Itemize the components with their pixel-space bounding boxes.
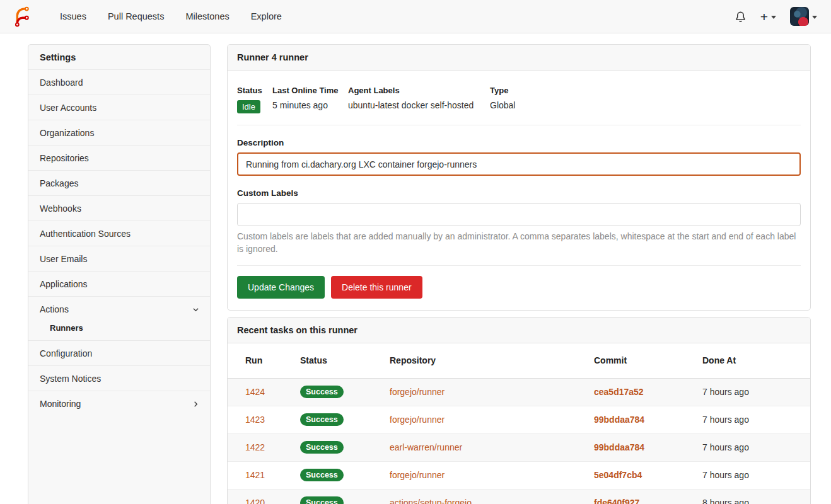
chevron-down-icon: [192, 306, 199, 312]
type-label: Type: [490, 86, 515, 95]
description-input[interactable]: [237, 152, 801, 176]
done-at: 7 hours ago: [702, 415, 810, 425]
form-buttons-divider: [237, 265, 801, 266]
caret-down-icon: [812, 16, 817, 19]
agent-labels-value: ubuntu-latest docker self-hosted: [348, 100, 490, 110]
run-link[interactable]: 1423: [245, 415, 300, 425]
agent-labels-label: Agent Labels: [348, 86, 490, 95]
last-online-label: Last Online Time: [272, 86, 348, 95]
col-repository: Repository: [390, 355, 594, 365]
type-value: Global: [490, 100, 515, 110]
sidebar-item-monitoring[interactable]: Monitoring: [28, 391, 210, 416]
nav-pull-requests[interactable]: Pull Requests: [97, 11, 175, 21]
table-row: 1421 Success forgejo/runner 5e04df7cb4 7…: [228, 462, 810, 490]
custom-labels-label: Custom Labels: [237, 188, 801, 198]
status-badge: Success: [300, 386, 344, 398]
main-content: Runner 4 runner Status Idle Last Online …: [227, 44, 811, 504]
done-at: 8 hours ago: [702, 498, 810, 504]
sidebar-item-authentication-sources[interactable]: Authentication Sources: [28, 221, 210, 246]
sidebar-item-system-notices[interactable]: System Notices: [28, 366, 210, 391]
commit-link[interactable]: 99bddaa784: [594, 442, 702, 452]
commit-link[interactable]: cea5d17a52: [594, 387, 702, 397]
sidebar-header-settings: Settings: [28, 45, 210, 70]
nav-issues[interactable]: Issues: [49, 11, 97, 21]
tasks-table-header: Run Status Repository Commit Done At: [228, 343, 810, 379]
delete-runner-button[interactable]: Delete this runner: [331, 276, 422, 299]
nav-explore[interactable]: Explore: [240, 11, 293, 21]
run-link[interactable]: 1424: [245, 387, 300, 397]
user-menu[interactable]: [790, 7, 817, 26]
done-at: 7 hours ago: [702, 442, 810, 452]
custom-labels-help: Custom labels are labels that are added …: [237, 231, 801, 256]
sidebar-item-user-accounts[interactable]: User Accounts: [28, 95, 210, 120]
table-row: 1423 Success forgejo/runner 99bddaa784 7…: [228, 406, 810, 434]
meta-form-divider: [237, 125, 801, 125]
run-link[interactable]: 1421: [245, 470, 300, 480]
sidebar-item-configuration[interactable]: Configuration: [28, 341, 210, 366]
status-badge: Success: [300, 496, 344, 504]
plus-icon: +: [760, 10, 768, 23]
run-link[interactable]: 1420: [245, 498, 300, 504]
description-label: Description: [237, 138, 801, 147]
chevron-right-icon: [192, 401, 199, 407]
update-changes-button[interactable]: Update Changes: [237, 276, 325, 299]
sidebar-item-user-emails[interactable]: User Emails: [28, 246, 210, 272]
sidebar-item-runners-active[interactable]: Runners: [28, 322, 210, 340]
sidebar-item-actions[interactable]: Actions: [28, 297, 210, 322]
runner-panel: Runner 4 runner Status Idle Last Online …: [227, 44, 811, 311]
status-badge: Success: [300, 441, 344, 454]
last-online-value: 5 minutes ago: [272, 100, 348, 110]
status-badge: Idle: [237, 100, 260, 113]
sidebar-item-webhooks[interactable]: Webhooks: [28, 196, 210, 221]
table-row: 1424 Success forgejo/runner cea5d17a52 7…: [228, 379, 810, 406]
col-done-at: Done At: [702, 355, 810, 365]
sidebar-item-dashboard[interactable]: Dashboard: [28, 70, 210, 95]
create-new-menu[interactable]: +: [760, 10, 776, 23]
commit-link[interactable]: fde640f927: [594, 498, 702, 504]
status-badge: Success: [300, 469, 344, 481]
sidebar-item-repositories[interactable]: Repositories: [28, 146, 210, 171]
commit-link[interactable]: 99bddaa784: [594, 415, 702, 425]
notifications-bell-icon[interactable]: [735, 11, 747, 23]
done-at: 7 hours ago: [702, 387, 810, 397]
table-row: 1422 Success earl-warren/runner 99bddaa7…: [228, 434, 810, 462]
forgejo-logo-icon[interactable]: [10, 6, 32, 27]
admin-sidebar: Settings Dashboard User Accounts Organiz…: [28, 44, 211, 504]
sidebar-item-packages[interactable]: Packages: [28, 171, 210, 196]
sidebar-item-organizations[interactable]: Organizations: [28, 120, 210, 146]
recent-tasks-title: Recent tasks on this runner: [228, 318, 810, 343]
col-status: Status: [300, 355, 390, 365]
nav-milestones[interactable]: Milestones: [175, 11, 240, 21]
avatar: [790, 7, 809, 26]
repository-link[interactable]: actions/setup-forgejo: [390, 498, 594, 504]
repository-link[interactable]: earl-warren/runner: [390, 442, 594, 452]
repository-link[interactable]: forgejo/runner: [390, 387, 594, 397]
sidebar-item-applications[interactable]: Applications: [28, 272, 210, 297]
status-badge: Success: [300, 413, 344, 426]
repository-link[interactable]: forgejo/runner: [390, 415, 594, 425]
table-row: 1420 Success actions/setup-forgejo fde64…: [228, 490, 810, 504]
col-commit: Commit: [594, 355, 702, 365]
runner-panel-title: Runner 4 runner: [228, 45, 810, 71]
status-label: Status: [237, 86, 272, 95]
runner-meta-row: Status Idle Last Online Time 5 minutes a…: [237, 77, 801, 123]
done-at: 7 hours ago: [702, 470, 810, 480]
commit-link[interactable]: 5e04df7cb4: [594, 470, 702, 480]
col-run: Run: [245, 355, 300, 365]
top-navbar: Issues Pull Requests Milestones Explore …: [0, 0, 831, 33]
custom-labels-input[interactable]: [237, 203, 801, 226]
recent-tasks-panel: Recent tasks on this runner Run Status R…: [227, 317, 811, 504]
caret-down-icon: [771, 16, 776, 19]
run-link[interactable]: 1422: [245, 442, 300, 452]
repository-link[interactable]: forgejo/runner: [390, 470, 594, 480]
